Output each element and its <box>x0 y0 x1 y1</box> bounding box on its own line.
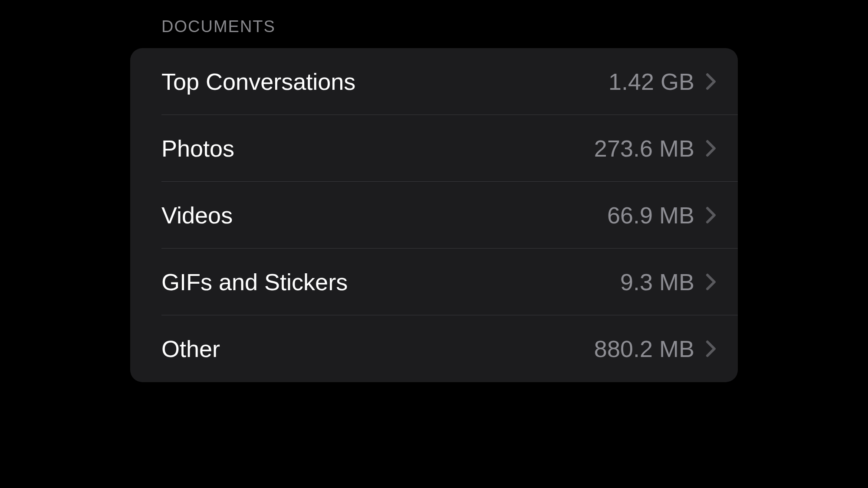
chevron-right-icon <box>706 73 716 90</box>
documents-list: Top Conversations 1.42 GB Photos 273.6 M… <box>130 48 738 382</box>
item-value: 9.3 MB <box>620 269 694 295</box>
list-item-videos[interactable]: Videos 66.9 MB <box>130 182 738 249</box>
section-header: Documents <box>161 17 738 36</box>
item-label: Top Conversations <box>161 68 608 95</box>
item-value: 880.2 MB <box>594 335 694 362</box>
chevron-right-icon <box>706 273 716 291</box>
list-item-photos[interactable]: Photos 273.6 MB <box>130 115 738 182</box>
chevron-right-icon <box>706 140 716 157</box>
item-value: 66.9 MB <box>607 202 694 229</box>
chevron-right-icon <box>706 206 716 224</box>
item-value: 1.42 GB <box>608 68 694 95</box>
chevron-right-icon <box>706 340 716 357</box>
item-label: Other <box>161 335 594 362</box>
documents-section: Documents Top Conversations 1.42 GB Phot… <box>130 17 738 382</box>
list-item-gifs-stickers[interactable]: GIFs and Stickers 9.3 MB <box>130 249 738 315</box>
item-label: Photos <box>161 135 594 162</box>
item-label: GIFs and Stickers <box>161 269 620 295</box>
list-item-top-conversations[interactable]: Top Conversations 1.42 GB <box>130 48 738 115</box>
item-value: 273.6 MB <box>594 135 694 162</box>
item-label: Videos <box>161 202 607 229</box>
list-item-other[interactable]: Other 880.2 MB <box>130 315 738 382</box>
